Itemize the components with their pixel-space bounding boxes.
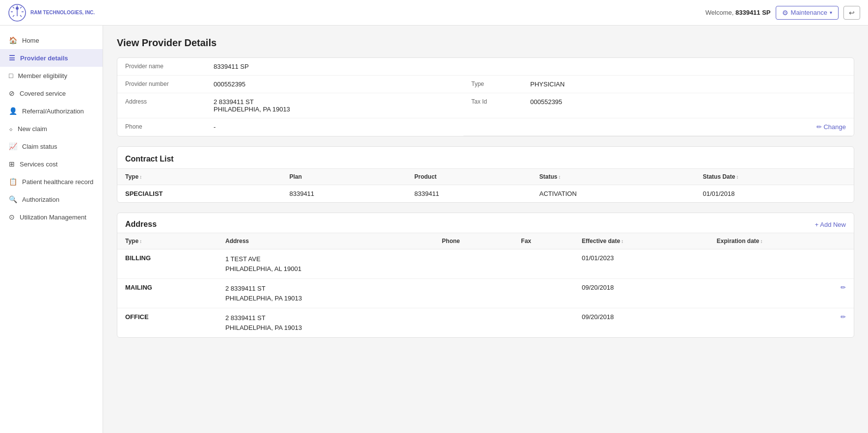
sidebar-label-provider-details: Provider details bbox=[20, 54, 68, 62]
address-table: Type↕AddressPhoneFaxEffective date↕Expir… bbox=[117, 233, 854, 337]
add-new-button[interactable]: + Add New bbox=[815, 221, 846, 228]
address-type: MAILING bbox=[117, 279, 217, 308]
sidebar-item-authorization[interactable]: 🔍Authorization bbox=[0, 190, 103, 208]
sidebar-label-utilization-management: Utilization Management bbox=[20, 214, 86, 221]
svg-line-9 bbox=[13, 15, 14, 17]
sidebar-icon-services-cost: ⊞ bbox=[9, 160, 15, 168]
sidebar-label-covered-service: Covered service bbox=[20, 90, 66, 97]
address-phone bbox=[434, 279, 513, 308]
detail-label: Address bbox=[117, 93, 206, 118]
sidebar-item-member-eligibility[interactable]: □Member eligibility bbox=[0, 67, 103, 84]
header-right: Welcome, 8339411 SP ⚙ Maintenance ▾ ↩ bbox=[705, 6, 860, 20]
sidebar-item-claim-status[interactable]: 📈Claim status bbox=[0, 137, 103, 155]
change-link[interactable]: ✏ Change bbox=[816, 123, 846, 131]
sidebar-item-services-cost[interactable]: ⊞Services cost bbox=[0, 155, 103, 173]
detail-value: 2 8339411 STPHILADELPHIA, PA 19013 bbox=[206, 93, 463, 118]
svg-line-6 bbox=[20, 15, 22, 17]
address-section-header-row: Address + Add New bbox=[117, 213, 854, 233]
sort-icon: ↕ bbox=[558, 174, 561, 180]
logo-text: RAM TECHNOLOGIES, INC. bbox=[30, 10, 95, 16]
chevron-down-icon: ▾ bbox=[830, 10, 832, 15]
sidebar-item-referral-authorization[interactable]: 👤Referral/Authorization bbox=[0, 102, 103, 120]
layout: 🏠Home☰Provider details□Member eligibilit… bbox=[0, 26, 868, 433]
contract-type: SPECIALIST bbox=[117, 185, 281, 203]
table-row: SPECIALIST 8339411 8339411 ACTIVATION 01… bbox=[117, 185, 854, 203]
sort-icon: ↕ bbox=[736, 174, 738, 180]
contract-list-section-title: Contract List bbox=[117, 147, 854, 168]
address-card: Address + Add New Type↕AddressPhoneFaxEf… bbox=[117, 213, 854, 338]
edit-icon[interactable]: ✏ bbox=[841, 284, 846, 291]
sidebar-item-utilization-management[interactable]: ⊙Utilization Management bbox=[0, 208, 103, 226]
address-col-address: Address bbox=[217, 233, 434, 249]
sidebar-item-new-claim[interactable]: ⬦New claim bbox=[0, 120, 103, 137]
address-col-type[interactable]: Type↕ bbox=[117, 233, 217, 249]
address-type: BILLING bbox=[117, 249, 217, 279]
detail-label: Provider name bbox=[117, 58, 206, 76]
sidebar-label-claim-status: Claim status bbox=[22, 143, 57, 150]
provider-info-card: Provider name 8339411 SP Provider number… bbox=[117, 57, 854, 136]
contract-col-status[interactable]: Status↕ bbox=[532, 169, 695, 185]
sidebar-icon-home: 🏠 bbox=[9, 36, 17, 44]
page-title: View Provider Details bbox=[117, 37, 854, 49]
detail-label bbox=[463, 58, 522, 76]
address-value: 1 TEST AVEPHILADELPHIA, AL 19001 bbox=[217, 249, 434, 279]
sidebar-item-covered-service[interactable]: ⊘Covered service bbox=[0, 84, 103, 102]
address-value: 2 8339411 STPHILADELPHIA, PA 19013 bbox=[217, 308, 434, 338]
sidebar-item-home[interactable]: 🏠Home bbox=[0, 31, 103, 49]
maintenance-label: Maintenance bbox=[791, 9, 827, 16]
contract-list-card: Contract List Type↕PlanProductStatus↕Sta… bbox=[117, 146, 854, 203]
sidebar-icon-provider-details: ☰ bbox=[9, 54, 15, 62]
sidebar-icon-claim-status: 📈 bbox=[9, 142, 17, 150]
logout-icon: ↩ bbox=[849, 9, 855, 17]
contract-status: ACTIVATION bbox=[532, 185, 695, 203]
sort-icon: ↕ bbox=[621, 239, 624, 244]
address-fax bbox=[513, 279, 574, 308]
address-effective-date: 09/20/2018 bbox=[574, 308, 709, 338]
contract-col-plan: Plan bbox=[281, 169, 407, 185]
sidebar-icon-patient-healthcare-record: 📋 bbox=[9, 178, 17, 186]
address-phone bbox=[434, 308, 513, 338]
detail-value: - bbox=[206, 118, 463, 136]
sidebar-icon-new-claim: ⬦ bbox=[9, 125, 13, 133]
gear-icon: ⚙ bbox=[782, 9, 788, 17]
table-row: OFFICE 2 8339411 STPHILADELPHIA, PA 1901… bbox=[117, 308, 854, 338]
header: RAM TECHNOLOGIES, INC. Welcome, 8339411 … bbox=[0, 0, 868, 26]
contract-col-product: Product bbox=[407, 169, 532, 185]
sidebar-icon-member-eligibility: □ bbox=[9, 72, 13, 80]
detail-label: Provider number bbox=[117, 76, 206, 93]
sidebar-item-provider-details[interactable]: ☰Provider details bbox=[0, 49, 103, 67]
table-row: Address 2 8339411 STPHILADELPHIA, PA 190… bbox=[117, 93, 854, 118]
sort-icon: ↕ bbox=[760, 239, 763, 244]
address-col-effective-date[interactable]: Effective date↕ bbox=[574, 233, 709, 249]
sidebar-label-referral-authorization: Referral/Authorization bbox=[22, 108, 84, 115]
detail-value: 8339411 SP bbox=[206, 58, 463, 76]
address-col-expiration-date[interactable]: Expiration date↕ bbox=[709, 233, 854, 249]
table-row: Provider name 8339411 SP bbox=[117, 58, 854, 76]
welcome-text: Welcome, 8339411 SP bbox=[705, 9, 771, 16]
sidebar-icon-covered-service: ⊘ bbox=[9, 89, 15, 97]
detail-label: Type bbox=[463, 76, 522, 93]
contract-col-status-date[interactable]: Status Date↕ bbox=[695, 169, 854, 185]
address-expiration-date: ✏ bbox=[709, 308, 854, 338]
sort-icon: ↕ bbox=[139, 239, 142, 244]
contract-product: 8339411 bbox=[407, 185, 532, 203]
maintenance-button[interactable]: ⚙ Maintenance ▾ bbox=[776, 6, 839, 20]
address-expiration-date: ✏ bbox=[709, 279, 854, 308]
table-row: BILLING 1 TEST AVEPHILADELPHIA, AL 19001… bbox=[117, 249, 854, 279]
address-fax bbox=[513, 308, 574, 338]
logo-area: RAM TECHNOLOGIES, INC. bbox=[8, 3, 95, 22]
contract-status-date: 01/01/2018 bbox=[695, 185, 854, 203]
sidebar-icon-authorization: 🔍 bbox=[9, 195, 17, 203]
contract-col-type[interactable]: Type↕ bbox=[117, 169, 281, 185]
table-row: MAILING 2 8339411 STPHILADELPHIA, PA 190… bbox=[117, 279, 854, 308]
table-row: Provider number 000552395 TypePHYSICIAN bbox=[117, 76, 854, 93]
edit-icon[interactable]: ✏ bbox=[841, 313, 846, 321]
sidebar-item-patient-healthcare-record[interactable]: 📋Patient healthcare record bbox=[0, 173, 103, 190]
detail-label: Tax Id bbox=[463, 93, 522, 118]
sidebar-icon-referral-authorization: 👤 bbox=[9, 107, 17, 115]
welcome-user: 8339411 SP bbox=[735, 9, 771, 16]
detail-value: PHYSICIAN bbox=[522, 76, 854, 93]
logout-button[interactable]: ↩ bbox=[843, 6, 860, 20]
table-row: Phone - ✏ Change bbox=[117, 118, 854, 136]
detail-value: 000552395 bbox=[206, 76, 463, 93]
